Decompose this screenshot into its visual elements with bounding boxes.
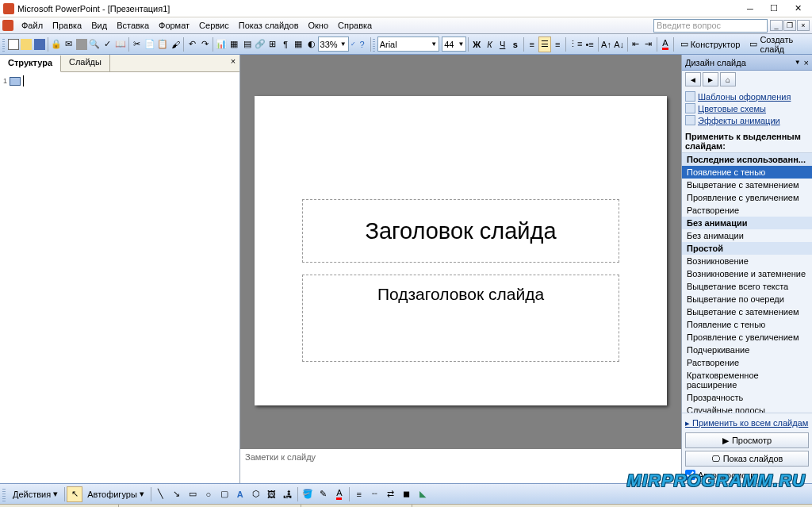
- decrease-indent-button[interactable]: ⇤: [630, 36, 642, 52]
- diagram-button[interactable]: ⬡: [248, 486, 264, 502]
- tables-borders-button[interactable]: ▤: [240, 36, 253, 52]
- task-home-button[interactable]: ⌂: [720, 72, 736, 86]
- new-button[interactable]: [7, 36, 20, 52]
- menu-slideshow[interactable]: Показ слайдов: [234, 19, 304, 32]
- shadow-style-button[interactable]: ◼: [399, 486, 415, 502]
- mdi-close-button[interactable]: ×: [797, 20, 810, 31]
- rectangle-tool[interactable]: ▭: [185, 486, 201, 502]
- mdi-minimize-button[interactable]: _: [770, 20, 783, 31]
- toolbar-grip-2[interactable]: [373, 37, 375, 52]
- fill-color-button[interactable]: 🪣: [300, 486, 316, 502]
- link-animation-effects[interactable]: Эффекты анимации: [685, 114, 809, 126]
- bullets-button[interactable]: •≡: [583, 36, 596, 52]
- font-combo[interactable]: Arial▼: [377, 36, 439, 52]
- cut-button[interactable]: ✂: [130, 36, 143, 52]
- notes-pane[interactable]: Заметки к слайду: [240, 447, 681, 483]
- menu-view[interactable]: Вид: [86, 19, 112, 32]
- anim-item[interactable]: Возникновение и затемнение: [682, 267, 812, 280]
- help-search-input[interactable]: [653, 19, 768, 33]
- zoom-combo[interactable]: 33%▼: [318, 36, 349, 52]
- wordart-button[interactable]: A: [232, 486, 248, 502]
- link-templates[interactable]: Шаблоны оформления: [685, 90, 809, 102]
- slideshow-button[interactable]: 🖵 Показ слайдов: [685, 451, 809, 467]
- insert-hyperlink-button[interactable]: 🔗: [254, 36, 266, 52]
- anim-item[interactable]: Выцветание с затемнением: [682, 305, 812, 318]
- anim-item[interactable]: Выцветание с затемнением: [682, 179, 812, 191]
- menu-tools[interactable]: Сервис: [194, 19, 234, 32]
- animation-list[interactable]: Последние использованн...Появление с тен…: [682, 152, 812, 413]
- email-button[interactable]: ✉: [63, 36, 75, 52]
- anim-item[interactable]: Возникновение: [682, 255, 812, 267]
- font-color-button-2[interactable]: A: [331, 486, 347, 502]
- format-painter-button[interactable]: 🖌: [169, 36, 182, 52]
- anim-item[interactable]: Подчеркивание: [682, 344, 812, 356]
- anim-item[interactable]: Выцветание по очереди: [682, 293, 812, 305]
- preview-button[interactable]: ▶ Просмотр: [685, 432, 809, 448]
- line-tool[interactable]: ╲: [153, 486, 169, 502]
- bold-button[interactable]: Ж: [470, 36, 483, 52]
- undo-button[interactable]: ↶: [186, 36, 198, 52]
- picture-button[interactable]: 🏞: [280, 486, 296, 502]
- task-pane-close-button[interactable]: ×: [804, 58, 809, 67]
- design-button[interactable]: ▭ Конструктор: [676, 36, 745, 52]
- slide-canvas[interactable]: Заголовок слайда Подзаголовок слайда: [240, 55, 681, 447]
- oval-tool[interactable]: ○: [201, 486, 216, 502]
- autoshapes-menu[interactable]: Автофигуры ▾: [82, 486, 149, 502]
- copy-button[interactable]: 📄: [144, 36, 156, 52]
- new-slide-button[interactable]: ▭ Создать слайд: [745, 36, 810, 52]
- toolbar-grip-3[interactable]: [2, 487, 6, 501]
- tab-slides[interactable]: Слайды: [61, 55, 110, 71]
- color-grayscale-button[interactable]: ◐: [304, 36, 317, 52]
- toolbar-grip[interactable]: [2, 37, 5, 52]
- close-button[interactable]: ✕: [787, 2, 809, 16]
- help-button[interactable]: ?: [356, 36, 369, 52]
- slide-subtitle-placeholder[interactable]: Подзаголовок слайда: [302, 275, 619, 362]
- arrow-tool[interactable]: ↘: [169, 486, 185, 502]
- slide-title-placeholder[interactable]: Заголовок слайда: [302, 199, 619, 263]
- anim-item[interactable]: Кратковременное расширение: [682, 369, 812, 391]
- align-center-button[interactable]: ☰: [538, 36, 551, 52]
- minimize-button[interactable]: ─: [739, 2, 761, 16]
- show-grid-button[interactable]: ▦: [292, 36, 304, 52]
- menu-file[interactable]: Файл: [17, 19, 48, 32]
- maximize-button[interactable]: ☐: [763, 2, 785, 16]
- anim-item[interactable]: Проявление с увеличением: [682, 331, 812, 344]
- anim-item[interactable]: Растворение: [682, 356, 812, 369]
- arrow-style-button[interactable]: ⇄: [383, 486, 399, 502]
- anim-item[interactable]: Появление с тенью: [682, 166, 812, 179]
- research-button[interactable]: 📖: [113, 36, 126, 52]
- line-style-button[interactable]: ≡: [351, 486, 367, 502]
- paste-button[interactable]: 📋: [156, 36, 169, 52]
- anim-item[interactable]: Растворение: [682, 204, 812, 217]
- insert-chart-button[interactable]: 📊: [215, 36, 228, 52]
- outline-body[interactable]: 1: [0, 72, 239, 483]
- tab-structure[interactable]: Структура: [0, 56, 61, 72]
- outline-item-1[interactable]: 1: [3, 75, 236, 86]
- underline-button[interactable]: Ч: [496, 36, 509, 52]
- shadow-button[interactable]: s: [509, 36, 522, 52]
- open-button[interactable]: [20, 36, 33, 52]
- anim-item[interactable]: Прозрачность: [682, 391, 812, 404]
- spelling-button[interactable]: ✓: [101, 36, 113, 52]
- autopreview-checkbox[interactable]: Автопросмотр: [685, 470, 809, 480]
- anim-item[interactable]: Без анимации: [682, 229, 812, 242]
- redo-button[interactable]: ↷: [198, 36, 211, 52]
- expand-all-button[interactable]: ⊞: [266, 36, 279, 52]
- anim-item[interactable]: Появление с тенью: [682, 318, 812, 331]
- anim-item[interactable]: Выцветание всего текста: [682, 280, 812, 293]
- italic-button[interactable]: К: [483, 36, 496, 52]
- decrease-font-button[interactable]: A↓: [613, 36, 626, 52]
- font-color-button[interactable]: A: [659, 36, 672, 52]
- align-right-button[interactable]: ≡: [551, 36, 564, 52]
- task-back-button[interactable]: ◄: [685, 72, 701, 86]
- print-button[interactable]: [75, 36, 88, 52]
- clipart-button[interactable]: 🖼: [264, 486, 280, 502]
- menu-edit[interactable]: Правка: [48, 19, 86, 32]
- increase-font-button[interactable]: A↑: [599, 36, 612, 52]
- mdi-restore-button[interactable]: ❐: [783, 20, 796, 31]
- insert-table-button[interactable]: ▦: [228, 36, 240, 52]
- permission-button[interactable]: 🔒: [50, 36, 63, 52]
- anim-item[interactable]: Случайные полосы: [682, 404, 812, 413]
- dash-style-button[interactable]: ┈: [367, 486, 383, 502]
- link-color-schemes[interactable]: Цветовые схемы: [685, 102, 809, 114]
